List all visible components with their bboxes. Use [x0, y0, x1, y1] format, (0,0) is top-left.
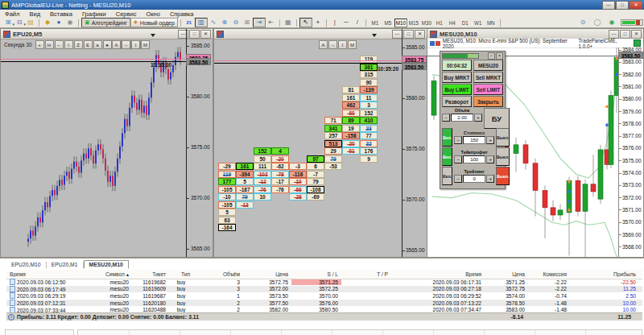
column-header-Комиссия[interactable]: Комиссия — [528, 271, 570, 277]
disable-button[interactable]: Выкл. — [496, 128, 510, 147]
tile-windows-icon[interactable]: ⊞ — [242, 19, 253, 27]
volume-decrease-button[interactable]: − — [442, 114, 450, 122]
zoom-in-icon[interactable]: ⊕ — [219, 19, 230, 27]
increase-button[interactable]: + — [486, 155, 494, 163]
right-price-axis[interactable]: 3584.003583.003582.003581.003580.003579.… — [618, 29, 643, 257]
tab-MESU20,M10[interactable]: MESU20,M10 — [84, 260, 129, 269]
column-header-Время[interactable]: Время — [391, 271, 485, 277]
timeframe-M15[interactable]: M15 — [407, 19, 420, 27]
timeframe-M5[interactable]: M5 — [382, 19, 394, 27]
chart-window-epu20[interactable]: EPU20,M5 — □ ✕ Секунда 30 +H−IZEa●PRH A→… — [0, 28, 213, 258]
panel-minimize-button[interactable]: ▫ — [488, 52, 495, 60]
menu-item-Файл[interactable]: Файл — [5, 10, 19, 18]
tab-EPU20,M1[interactable]: EPU20,M1 — [47, 261, 83, 268]
zoom-out-icon[interactable]: ⊖ — [230, 19, 242, 27]
search-icon[interactable]: ⊙ — [577, 19, 588, 27]
tab-EPU20,M10[interactable]: EPU20,M10 — [6, 261, 46, 268]
depth-of-market-icon[interactable]: 21 — [184, 19, 195, 27]
timeframe-M1[interactable]: M1 — [369, 19, 382, 27]
column-header-Тикет[interactable]: Тикет — [132, 271, 169, 277]
trendline-icon[interactable]: / — [352, 19, 363, 27]
new-chart-icon[interactable]: ⊞▾ — [2, 19, 14, 27]
chart-line-icon[interactable]: ∿ — [208, 19, 219, 27]
chart-window-mesu20[interactable]: MESU20,M10 — □ ✕ MESU20, M10: Micro E-mi… — [427, 28, 644, 258]
volume-increase-button[interactable]: + — [474, 114, 482, 122]
cluster-icon[interactable]: ▦ — [283, 19, 294, 27]
column-header-Символ[interactable]: Символ ▴ — [87, 271, 132, 278]
increase-button[interactable]: + — [486, 136, 494, 144]
param-value[interactable]: 0 — [463, 175, 485, 183]
timeframe-D1[interactable]: D1 — [459, 19, 472, 27]
minimize-button[interactable]: — — [602, 1, 615, 10]
decrease-button[interactable]: − — [454, 136, 462, 144]
signal-icon[interactable]: ◉ — [64, 19, 76, 27]
column-header-Время[interactable]: Время — [6, 271, 87, 277]
new-order-button[interactable]: ✚Новый ордер — [130, 18, 178, 27]
autoscroll-icon[interactable]: ⇥ — [253, 18, 266, 27]
latency-icon[interactable]: ◉ — [606, 19, 617, 27]
left-price-axis[interactable]: 3585.003580.003575.003570.003565.003583.… — [186, 29, 213, 257]
timeframe-M10[interactable]: M10 — [394, 19, 407, 27]
decrease-button[interactable]: − — [454, 155, 462, 163]
connection-knob[interactable] — [636, 20, 640, 25]
chart-window-cluster[interactable]: — □ ✕ A→IM -29119177-105-10-105563-16416… — [213, 28, 427, 258]
timeframe-W1[interactable]: W1 — [472, 19, 485, 27]
breakeven-button[interactable]: БУ — [484, 108, 510, 129]
table-row[interactable]: 2020.09.03 06:29:19mesu2011619687buy1357… — [6, 292, 642, 300]
algotrading-button[interactable]: ▣Алготрейдинг — [81, 18, 130, 27]
decrease-button[interactable]: − — [454, 175, 462, 183]
hline-icon[interactable]: ─ — [341, 19, 352, 27]
column-header-Объём[interactable]: Объём — [193, 271, 243, 277]
timeframe-MN[interactable]: MN — [485, 19, 497, 27]
chart-shift-icon[interactable]: ⇤ — [266, 19, 277, 27]
timeframe-H1[interactable]: H1 — [433, 19, 446, 27]
trade-panel[interactable]: ▫ × 00:04:32 MESU20 Buy MRKT Sell MRKT B… — [440, 51, 506, 189]
chart-bars-icon[interactable]: ▥ — [195, 18, 208, 27]
cursor-icon[interactable]: ↖ — [299, 18, 312, 27]
column-header-Тип[interactable]: Тип — [169, 271, 193, 277]
menu-item-Окно[interactable]: Окно — [146, 10, 159, 18]
disable-button[interactable]: Выкл. — [496, 167, 510, 185]
disable-button[interactable]: Выкл. — [496, 147, 510, 166]
close-button[interactable]: ✕ — [630, 1, 642, 10]
folder-icon[interactable]: ▤ — [25, 19, 36, 27]
cluster-plot[interactable]: -29119177-105-10-105563-164161-3945-1877… — [214, 29, 402, 257]
enable-button[interactable]: Вкл. — [442, 128, 452, 147]
enable-button[interactable]: Вкл. — [442, 147, 452, 166]
column-header-T / P[interactable]: T / P — [341, 271, 391, 277]
market-watch-icon[interactable]: ◆ — [42, 19, 53, 27]
menu-item-Вставка[interactable]: Вставка — [50, 10, 72, 18]
menu-item-Справка[interactable]: Справка — [170, 10, 193, 18]
middle-price-axis[interactable]: 3585.003580.003575.003570.003565.003583.… — [402, 29, 427, 257]
menu-item-Графики[interactable]: Графики — [82, 10, 106, 18]
column-header-Цена[interactable]: Цена — [485, 271, 528, 277]
close-position-button[interactable]: Закрыть — [473, 96, 503, 107]
column-header-Прибыль[interactable]: Прибыль — [570, 271, 639, 277]
timeframe-H4[interactable]: H4 — [446, 19, 459, 27]
volume-input[interactable]: 2.00 — [451, 114, 473, 122]
enable-button[interactable]: Вкл. — [442, 167, 452, 185]
account-icon[interactable]: ● — [53, 19, 64, 27]
symbol-button[interactable]: MESU20 — [473, 60, 503, 71]
community-icon[interactable]: ◯ — [592, 19, 603, 27]
param-value[interactable]: 150 — [463, 136, 485, 144]
increase-button[interactable]: + — [486, 175, 494, 183]
table-row[interactable]: 2020.09.03 06:17:49mesu2011619609buy3357… — [6, 286, 642, 293]
column-header-S / L[interactable]: S / L — [291, 271, 341, 277]
menu-item-Сервис[interactable]: Сервис — [116, 10, 137, 18]
sell-market-button[interactable]: Sell MRKT — [473, 72, 503, 83]
buy-market-button[interactable]: Buy MRKT — [442, 72, 472, 83]
param-value[interactable]: 100 — [463, 155, 485, 163]
buy-limit-button[interactable]: Buy LIMIT — [442, 84, 472, 95]
crosshair-icon[interactable]: + — [312, 19, 324, 27]
menu-item-Вид[interactable]: Вид — [29, 10, 40, 18]
vline-icon[interactable]: | — [329, 19, 341, 27]
maximize-button[interactable]: □ — [616, 1, 629, 10]
reverse-button[interactable]: Разворот — [442, 96, 472, 107]
profiles-icon[interactable]: ⊟▾ — [14, 19, 25, 27]
column-header-Цена[interactable]: Цена — [243, 271, 291, 277]
table-row[interactable]: 2020.09.03 07:12:31mesu2011620180buy2357… — [6, 300, 642, 307]
timeframe-M30[interactable]: M30 — [420, 19, 433, 27]
table-row[interactable]: 2020.09.03 06:12:50mesu2011619682buy3357… — [6, 279, 642, 286]
sell-limit-button[interactable]: Sell LIMIT — [473, 84, 503, 95]
